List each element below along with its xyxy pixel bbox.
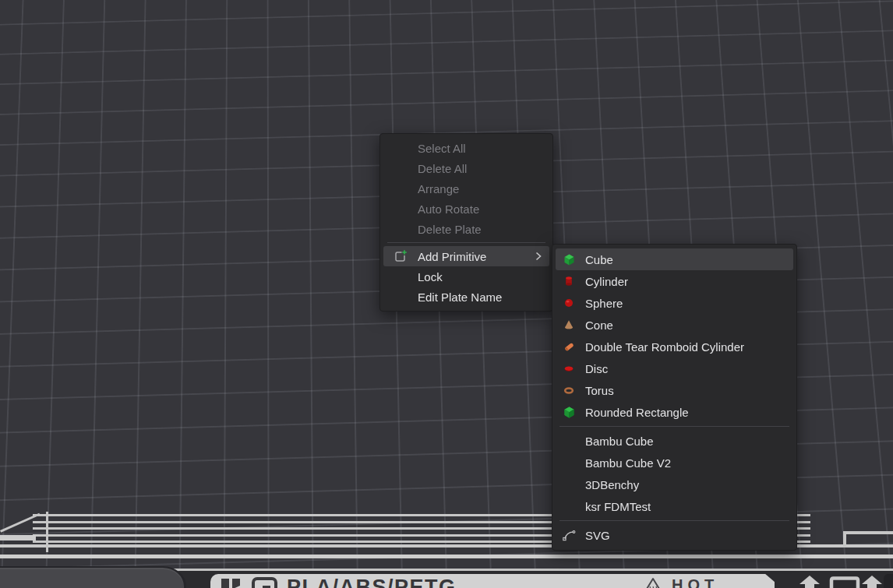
menu-item-label: Delete Plate — [418, 223, 482, 236]
submenu-item-disc[interactable]: Disc — [556, 357, 793, 379]
filament-types-label: PLA/ABS/PETG — [287, 576, 457, 588]
bracket-mark-icon — [829, 576, 860, 588]
plate-name-tab[interactable] — [0, 566, 186, 588]
plate-filament-bar: PLA/ABS/PETG HOT — [210, 574, 775, 588]
plate-edge-line — [0, 535, 36, 540]
menu-item-delete-all[interactable]: Delete All — [383, 158, 549, 178]
submenu-item-label: Rounded Rectangle — [585, 406, 689, 419]
cube-icon — [562, 252, 576, 267]
submenu-item-label: Disc — [585, 362, 608, 375]
plate-corner-mark — [843, 531, 893, 534]
add-primitive-submenu: Cube Cylinder Sphere Cone — [552, 244, 797, 551]
submenu-item-cube[interactable]: Cube — [556, 248, 793, 270]
submenu-item-sphere[interactable]: Sphere — [556, 292, 793, 314]
submenu-item-bambu-cube[interactable]: Bambu Cube — [556, 430, 793, 452]
menu-item-label: Arrange — [418, 182, 459, 195]
menu-item-label: Select All — [418, 142, 466, 155]
menu-separator — [559, 520, 789, 521]
menu-item-arrange[interactable]: Arrange — [383, 178, 549, 199]
bezier-curve-icon — [562, 527, 576, 543]
menu-item-label: Delete All — [418, 162, 467, 175]
plate-corner-mark — [843, 533, 846, 548]
submenu-item-label: Cube — [585, 253, 613, 266]
menu-item-label: Lock — [418, 270, 443, 283]
cone-icon — [562, 317, 576, 333]
submenu-item-cone[interactable]: Cone — [556, 314, 793, 336]
submenu-item-label: Cylinder — [585, 275, 628, 288]
torus-icon — [562, 382, 576, 398]
plate-edge-line — [173, 569, 893, 571]
menu-item-edit-plate-name[interactable]: Edit Plate Name — [383, 287, 549, 307]
lift-arrow-up-icon — [799, 576, 820, 588]
submenu-item-label: Bambu Cube V2 — [585, 456, 671, 470]
menu-item-select-all[interactable]: Select All — [383, 138, 549, 158]
submenu-item-label: Torus — [585, 384, 614, 397]
menu-item-lock[interactable]: Lock — [383, 266, 549, 287]
romboid-cylinder-icon — [562, 339, 576, 354]
plate-corner-shape — [884, 574, 893, 588]
submenu-item-label: SVG — [585, 529, 610, 542]
submenu-item-label: Bambu Cube — [585, 435, 654, 448]
submenu-item-cylinder[interactable]: Cylinder — [556, 270, 793, 292]
menu-item-delete-plate[interactable]: Delete Plate — [383, 219, 549, 239]
rounded-rectangle-icon — [562, 404, 576, 420]
submenu-item-rounded-rectangle[interactable]: Rounded Rectangle — [556, 401, 793, 423]
lift-arrow-up-icon — [862, 576, 882, 588]
submenu-item-label: 3DBenchy — [585, 478, 639, 491]
submenu-item-double-tear-romboid-cylinder[interactable]: Double Tear Romboid Cylinder — [556, 336, 793, 357]
plate-edge-line — [0, 555, 893, 558]
hot-surface-warning-icon — [642, 576, 664, 588]
menu-separator — [559, 426, 789, 427]
submenu-item-label: ksr FDMTest — [585, 500, 651, 513]
menu-separator — [387, 242, 545, 243]
submenu-item-bambu-cube-v2[interactable]: Bambu Cube V2 — [556, 452, 793, 474]
submenu-item-3dbenchy[interactable]: 3DBenchy — [556, 474, 793, 495]
submenu-arrow-icon — [535, 252, 542, 261]
submenu-item-label: Cone — [585, 319, 613, 332]
plate-edge-tick — [46, 512, 48, 552]
cylinder-icon — [562, 273, 576, 289]
submenu-item-torus[interactable]: Torus — [556, 379, 793, 401]
menu-item-add-primitive[interactable]: Add Primitive — [383, 246, 549, 266]
bambu-logo-icon — [220, 577, 243, 588]
plate-badge-icon — [251, 576, 279, 588]
menu-item-label: Auto Rotate — [418, 202, 479, 216]
disc-icon — [562, 361, 576, 376]
menu-item-auto-rotate[interactable]: Auto Rotate — [383, 199, 549, 219]
add-primitive-icon — [391, 248, 408, 264]
plate-context-menu: Select All Delete All Arrange Auto Rotat… — [379, 133, 553, 312]
submenu-item-label: Sphere — [585, 297, 623, 310]
hot-label: HOT — [672, 576, 718, 588]
sphere-icon — [562, 295, 576, 311]
submenu-item-ksr-fdmtest[interactable]: ksr FDMTest — [556, 495, 793, 517]
menu-item-label: Add Primitive — [418, 250, 486, 263]
menu-item-label: Edit Plate Name — [418, 290, 502, 304]
submenu-item-svg[interactable]: SVG — [556, 524, 793, 546]
submenu-item-label: Double Tear Romboid Cylinder — [585, 340, 744, 354]
